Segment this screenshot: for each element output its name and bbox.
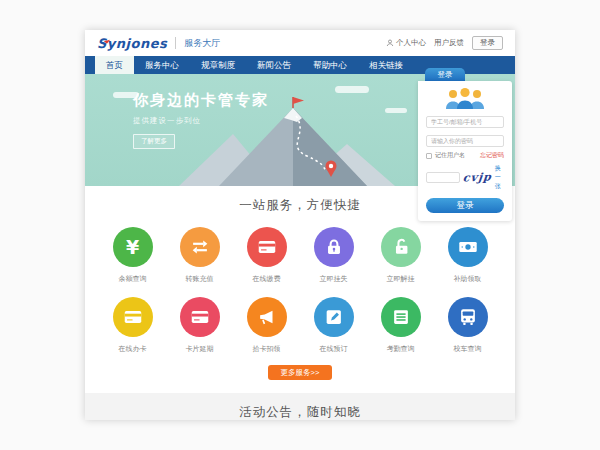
- card-icon: [180, 297, 220, 337]
- header-right: 个人中心 用户反馈 登录: [386, 36, 503, 50]
- hero-cta-button[interactable]: 了解更多: [133, 134, 175, 149]
- personal-center-label: 个人中心: [396, 38, 426, 48]
- service-label: 考勤查询: [387, 344, 415, 354]
- list-icon: [381, 297, 421, 337]
- service-transfer-recharge[interactable]: 转账充值: [166, 227, 233, 284]
- users-group-icon: [426, 87, 504, 109]
- service-label: 校车查询: [454, 344, 482, 354]
- service-online-booking[interactable]: 在线预订: [300, 297, 367, 354]
- service-subsidy-collection[interactable]: 补助领取: [434, 227, 501, 284]
- service-label: 在线预订: [320, 344, 348, 354]
- nav-item-news[interactable]: 新闻公告: [246, 56, 302, 74]
- lock-icon: [314, 227, 354, 267]
- service-online-card-apply[interactable]: 在线办卡: [99, 297, 166, 354]
- unlock-icon: [381, 227, 421, 267]
- feedback-link[interactable]: 用户反馈: [434, 38, 464, 48]
- username-input[interactable]: [426, 116, 504, 128]
- captcha-refresh-link[interactable]: 换一张: [495, 164, 504, 191]
- cloud-icon: [335, 86, 369, 93]
- header-login-button[interactable]: 登录: [472, 36, 503, 50]
- service-label: 转账充值: [186, 274, 214, 284]
- personal-center-link[interactable]: 个人中心: [386, 38, 426, 48]
- header-divider: [175, 37, 176, 49]
- service-balance-inquiry[interactable]: ¥余额查询: [99, 227, 166, 284]
- card-icon: [113, 297, 153, 337]
- remember-checkbox[interactable]: [426, 153, 432, 159]
- page-container: Synjones 服务大厅 个人中心 用户反馈 登录 首页服务中心规章制度新闻公…: [85, 30, 515, 420]
- announcements-section: 活动公告，随时知晓 使用指南最新公告更多>>使用指南更多>>: [85, 393, 515, 420]
- services-grid: ¥余额查询转账充值在线缴费立即挂失立即解挂补助领取在线办卡卡片延期拾卡招领在线预…: [99, 227, 501, 354]
- megaphone-icon: [247, 297, 287, 337]
- hero-subtitle: 提供建设一步到位: [133, 116, 269, 126]
- service-label: 卡片延期: [186, 344, 214, 354]
- yen-icon: ¥: [113, 227, 153, 267]
- site-header: Synjones 服务大厅 个人中心 用户反馈 登录: [85, 30, 515, 56]
- service-label: 补助领取: [454, 274, 482, 284]
- forgot-password-link[interactable]: 忘记密码: [480, 151, 504, 160]
- nav-item-home[interactable]: 首页: [95, 56, 134, 74]
- captcha-input[interactable]: [426, 172, 460, 183]
- synjones-logo[interactable]: Synjones: [97, 36, 167, 51]
- nav-item-help-center[interactable]: 帮助中心: [302, 56, 358, 74]
- service-report-loss[interactable]: 立即挂失: [300, 227, 367, 284]
- more-services-button[interactable]: 更多服务>>: [268, 365, 332, 380]
- service-label: 立即挂失: [320, 274, 348, 284]
- remember-label: 记住用户名: [435, 151, 465, 160]
- login-submit-button[interactable]: 登录: [426, 198, 504, 213]
- captcha-image[interactable]: cvjp: [462, 171, 492, 185]
- service-lost-card-claim[interactable]: 拾卡招领: [233, 297, 300, 354]
- service-label: 在线缴费: [253, 274, 281, 284]
- password-input[interactable]: [426, 135, 504, 147]
- service-attendance-inquiry[interactable]: 考勤查询: [367, 297, 434, 354]
- remember-row: 记住用户名 忘记密码: [426, 151, 504, 160]
- service-bus-inquiry[interactable]: 校车查询: [434, 297, 501, 354]
- nav-item-service-center[interactable]: 服务中心: [134, 56, 190, 74]
- announcements-title: 活动公告，随时知晓: [85, 404, 515, 420]
- banknote-icon: [448, 227, 488, 267]
- login-tab[interactable]: 登录: [425, 68, 465, 81]
- service-label: 立即解挂: [387, 274, 415, 284]
- hero-text: 你身边的卡管专家 提供建设一步到位 了解更多: [133, 91, 269, 149]
- bus-icon: [448, 297, 488, 337]
- feedback-label: 用户反馈: [434, 38, 464, 48]
- hero-title: 你身边的卡管专家: [133, 91, 269, 110]
- service-online-payment[interactable]: 在线缴费: [233, 227, 300, 284]
- transfer-icon: [180, 227, 220, 267]
- nav-item-links[interactable]: 相关链接: [358, 56, 414, 74]
- edit-icon: [314, 297, 354, 337]
- service-label: 拾卡招领: [253, 344, 281, 354]
- person-icon: [386, 39, 394, 47]
- captcha-row: cvjp 换一张: [426, 164, 504, 191]
- service-unfreeze-card[interactable]: 立即解挂: [367, 227, 434, 284]
- service-label: 余额查询: [119, 274, 147, 284]
- portal-name: 服务大厅: [184, 37, 220, 50]
- service-card-renewal[interactable]: 卡片延期: [166, 297, 233, 354]
- login-panel: 登录 记住用户名 忘记密码 cvjp 换一张 登录: [418, 68, 512, 221]
- service-label: 在线办卡: [119, 344, 147, 354]
- login-form: 记住用户名 忘记密码 cvjp 换一张 登录: [418, 81, 512, 221]
- card-icon: [247, 227, 287, 267]
- nav-item-regulations[interactable]: 规章制度: [190, 56, 246, 74]
